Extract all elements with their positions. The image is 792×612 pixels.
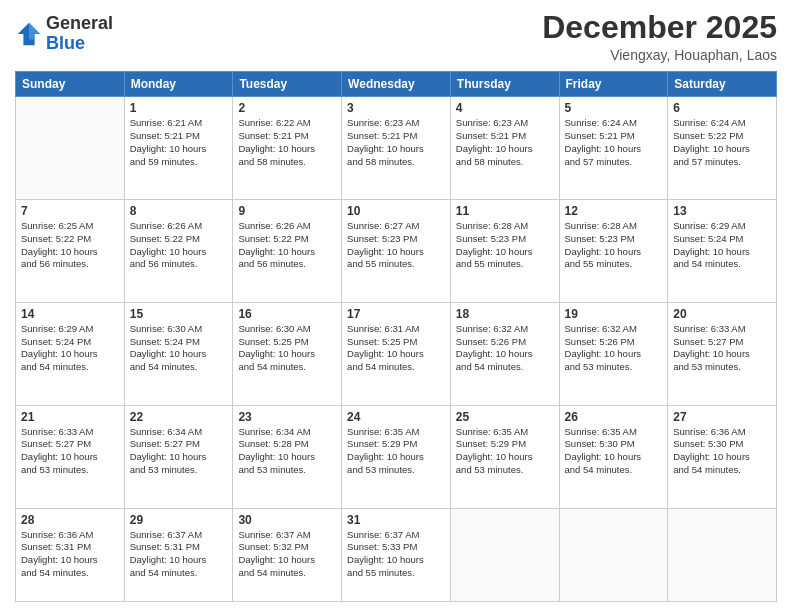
month-title: December 2025: [542, 10, 777, 45]
table-row: 27Sunrise: 6:36 AMSunset: 5:30 PMDayligh…: [668, 405, 777, 508]
cell-info: Sunrise: 6:35 AMSunset: 5:30 PMDaylight:…: [565, 426, 663, 477]
cell-info: Sunrise: 6:36 AMSunset: 5:31 PMDaylight:…: [21, 529, 119, 580]
table-row: 2Sunrise: 6:22 AMSunset: 5:21 PMDaylight…: [233, 97, 342, 200]
logo-icon: [15, 20, 43, 48]
logo: General Blue: [15, 14, 113, 54]
cell-info: Sunrise: 6:22 AMSunset: 5:21 PMDaylight:…: [238, 117, 336, 168]
day-number: 20: [673, 307, 771, 321]
cell-info: Sunrise: 6:37 AMSunset: 5:33 PMDaylight:…: [347, 529, 445, 580]
day-number: 4: [456, 101, 554, 115]
day-number: 25: [456, 410, 554, 424]
table-row: 6Sunrise: 6:24 AMSunset: 5:22 PMDaylight…: [668, 97, 777, 200]
cell-info: Sunrise: 6:26 AMSunset: 5:22 PMDaylight:…: [238, 220, 336, 271]
page: General Blue December 2025 Viengxay, Hou…: [0, 0, 792, 612]
day-number: 5: [565, 101, 663, 115]
col-friday: Friday: [559, 72, 668, 97]
table-row: 23Sunrise: 6:34 AMSunset: 5:28 PMDayligh…: [233, 405, 342, 508]
table-row: 4Sunrise: 6:23 AMSunset: 5:21 PMDaylight…: [450, 97, 559, 200]
cell-info: Sunrise: 6:28 AMSunset: 5:23 PMDaylight:…: [565, 220, 663, 271]
calendar-week-2: 7Sunrise: 6:25 AMSunset: 5:22 PMDaylight…: [16, 200, 777, 303]
day-number: 2: [238, 101, 336, 115]
table-row: [450, 508, 559, 602]
day-number: 14: [21, 307, 119, 321]
col-wednesday: Wednesday: [342, 72, 451, 97]
day-number: 6: [673, 101, 771, 115]
table-row: 24Sunrise: 6:35 AMSunset: 5:29 PMDayligh…: [342, 405, 451, 508]
cell-info: Sunrise: 6:24 AMSunset: 5:22 PMDaylight:…: [673, 117, 771, 168]
calendar-week-5: 28Sunrise: 6:36 AMSunset: 5:31 PMDayligh…: [16, 508, 777, 602]
day-number: 8: [130, 204, 228, 218]
cell-info: Sunrise: 6:21 AMSunset: 5:21 PMDaylight:…: [130, 117, 228, 168]
logo-blue-text: Blue: [46, 34, 113, 54]
col-monday: Monday: [124, 72, 233, 97]
cell-info: Sunrise: 6:33 AMSunset: 5:27 PMDaylight:…: [21, 426, 119, 477]
svg-marker-1: [29, 23, 40, 40]
cell-info: Sunrise: 6:32 AMSunset: 5:26 PMDaylight:…: [456, 323, 554, 374]
day-number: 27: [673, 410, 771, 424]
col-thursday: Thursday: [450, 72, 559, 97]
day-number: 18: [456, 307, 554, 321]
day-number: 1: [130, 101, 228, 115]
day-number: 22: [130, 410, 228, 424]
title-block: December 2025 Viengxay, Houaphan, Laos: [542, 10, 777, 63]
table-row: 31Sunrise: 6:37 AMSunset: 5:33 PMDayligh…: [342, 508, 451, 602]
table-row: 3Sunrise: 6:23 AMSunset: 5:21 PMDaylight…: [342, 97, 451, 200]
col-sunday: Sunday: [16, 72, 125, 97]
day-number: 17: [347, 307, 445, 321]
header-row: Sunday Monday Tuesday Wednesday Thursday…: [16, 72, 777, 97]
logo-text: General Blue: [46, 14, 113, 54]
day-number: 3: [347, 101, 445, 115]
table-row: 30Sunrise: 6:37 AMSunset: 5:32 PMDayligh…: [233, 508, 342, 602]
day-number: 16: [238, 307, 336, 321]
cell-info: Sunrise: 6:30 AMSunset: 5:25 PMDaylight:…: [238, 323, 336, 374]
table-row: 22Sunrise: 6:34 AMSunset: 5:27 PMDayligh…: [124, 405, 233, 508]
cell-info: Sunrise: 6:35 AMSunset: 5:29 PMDaylight:…: [456, 426, 554, 477]
col-saturday: Saturday: [668, 72, 777, 97]
table-row: 7Sunrise: 6:25 AMSunset: 5:22 PMDaylight…: [16, 200, 125, 303]
cell-info: Sunrise: 6:23 AMSunset: 5:21 PMDaylight:…: [347, 117, 445, 168]
day-number: 23: [238, 410, 336, 424]
logo-general-text: General: [46, 14, 113, 34]
cell-info: Sunrise: 6:37 AMSunset: 5:31 PMDaylight:…: [130, 529, 228, 580]
cell-info: Sunrise: 6:32 AMSunset: 5:26 PMDaylight:…: [565, 323, 663, 374]
table-row: 29Sunrise: 6:37 AMSunset: 5:31 PMDayligh…: [124, 508, 233, 602]
table-row: 11Sunrise: 6:28 AMSunset: 5:23 PMDayligh…: [450, 200, 559, 303]
day-number: 9: [238, 204, 336, 218]
day-number: 31: [347, 513, 445, 527]
table-row: 9Sunrise: 6:26 AMSunset: 5:22 PMDaylight…: [233, 200, 342, 303]
cell-info: Sunrise: 6:31 AMSunset: 5:25 PMDaylight:…: [347, 323, 445, 374]
cell-info: Sunrise: 6:27 AMSunset: 5:23 PMDaylight:…: [347, 220, 445, 271]
day-number: 21: [21, 410, 119, 424]
table-row: 1Sunrise: 6:21 AMSunset: 5:21 PMDaylight…: [124, 97, 233, 200]
table-row: 26Sunrise: 6:35 AMSunset: 5:30 PMDayligh…: [559, 405, 668, 508]
table-row: 12Sunrise: 6:28 AMSunset: 5:23 PMDayligh…: [559, 200, 668, 303]
table-row: 17Sunrise: 6:31 AMSunset: 5:25 PMDayligh…: [342, 302, 451, 405]
table-row: 16Sunrise: 6:30 AMSunset: 5:25 PMDayligh…: [233, 302, 342, 405]
cell-info: Sunrise: 6:24 AMSunset: 5:21 PMDaylight:…: [565, 117, 663, 168]
cell-info: Sunrise: 6:30 AMSunset: 5:24 PMDaylight:…: [130, 323, 228, 374]
cell-info: Sunrise: 6:37 AMSunset: 5:32 PMDaylight:…: [238, 529, 336, 580]
day-number: 7: [21, 204, 119, 218]
col-tuesday: Tuesday: [233, 72, 342, 97]
day-number: 26: [565, 410, 663, 424]
day-number: 12: [565, 204, 663, 218]
cell-info: Sunrise: 6:23 AMSunset: 5:21 PMDaylight:…: [456, 117, 554, 168]
day-number: 15: [130, 307, 228, 321]
table-row: [16, 97, 125, 200]
day-number: 13: [673, 204, 771, 218]
table-row: 20Sunrise: 6:33 AMSunset: 5:27 PMDayligh…: [668, 302, 777, 405]
table-row: 21Sunrise: 6:33 AMSunset: 5:27 PMDayligh…: [16, 405, 125, 508]
table-row: 25Sunrise: 6:35 AMSunset: 5:29 PMDayligh…: [450, 405, 559, 508]
table-row: 8Sunrise: 6:26 AMSunset: 5:22 PMDaylight…: [124, 200, 233, 303]
location-subtitle: Viengxay, Houaphan, Laos: [542, 47, 777, 63]
calendar-week-1: 1Sunrise: 6:21 AMSunset: 5:21 PMDaylight…: [16, 97, 777, 200]
cell-info: Sunrise: 6:34 AMSunset: 5:27 PMDaylight:…: [130, 426, 228, 477]
day-number: 11: [456, 204, 554, 218]
cell-info: Sunrise: 6:28 AMSunset: 5:23 PMDaylight:…: [456, 220, 554, 271]
day-number: 30: [238, 513, 336, 527]
cell-info: Sunrise: 6:25 AMSunset: 5:22 PMDaylight:…: [21, 220, 119, 271]
day-number: 29: [130, 513, 228, 527]
table-row: 13Sunrise: 6:29 AMSunset: 5:24 PMDayligh…: [668, 200, 777, 303]
table-row: 15Sunrise: 6:30 AMSunset: 5:24 PMDayligh…: [124, 302, 233, 405]
cell-info: Sunrise: 6:36 AMSunset: 5:30 PMDaylight:…: [673, 426, 771, 477]
